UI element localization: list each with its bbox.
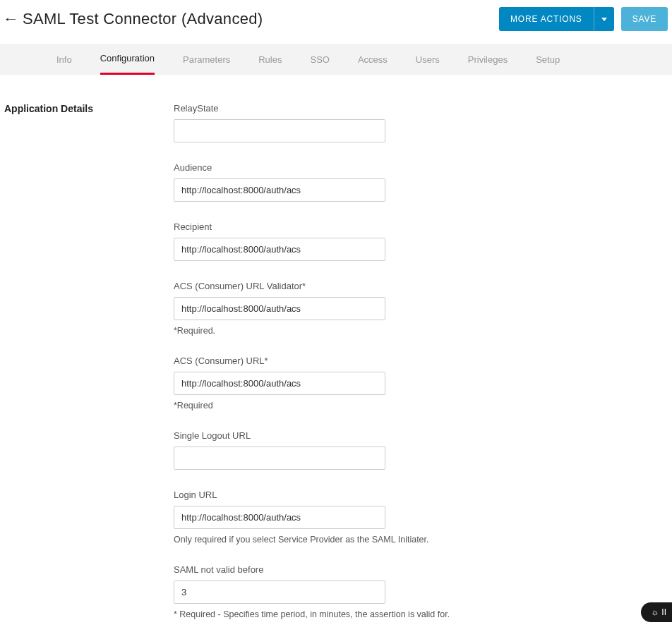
label-login-url: Login URL bbox=[174, 490, 498, 500]
save-button[interactable]: SAVE bbox=[621, 7, 668, 31]
help-login-url: Only required if you select Service Prov… bbox=[174, 535, 498, 545]
help-acs-url: *Required bbox=[174, 401, 498, 411]
lightbulb-icon: ☼ bbox=[651, 607, 659, 617]
label-audience: Audience bbox=[174, 162, 498, 173]
tab-bar: Info Configuration Parameters Rules SSO … bbox=[0, 44, 672, 75]
input-recipient[interactable] bbox=[174, 238, 385, 261]
input-slo-url[interactable] bbox=[174, 446, 385, 470]
input-acs-validator[interactable] bbox=[174, 297, 385, 320]
tab-users[interactable]: Users bbox=[416, 44, 440, 75]
label-not-valid-before: SAML not valid before bbox=[174, 564, 498, 575]
tab-sso[interactable]: SSO bbox=[310, 44, 329, 75]
tab-configuration[interactable]: Configuration bbox=[100, 44, 155, 75]
input-audience[interactable] bbox=[174, 178, 385, 202]
fab-label: II bbox=[661, 607, 666, 617]
tab-parameters[interactable]: Parameters bbox=[183, 44, 230, 75]
header-actions: MORE ACTIONS SAVE bbox=[499, 7, 668, 31]
help-not-valid-before: * Required - Specifies time period, in m… bbox=[174, 609, 498, 619]
input-not-valid-before[interactable] bbox=[174, 581, 385, 604]
page-header: ← SAML Test Connector (Advanced) MORE AC… bbox=[0, 0, 672, 44]
help-acs-validator: *Required. bbox=[174, 326, 498, 336]
label-acs-url: ACS (Consumer) URL* bbox=[174, 356, 498, 366]
header-left: ← SAML Test Connector (Advanced) bbox=[4, 10, 263, 28]
field-acs-validator: ACS (Consumer) URL Validator* *Required. bbox=[174, 281, 498, 336]
content-area: Application Details RelayState Audience … bbox=[0, 75, 672, 632]
form-column: RelayState Audience Recipient ACS (Consu… bbox=[174, 103, 498, 632]
field-login-url: Login URL Only required if you select Se… bbox=[174, 490, 498, 545]
label-recipient: Recipient bbox=[174, 221, 498, 232]
label-relaystate: RelayState bbox=[174, 103, 498, 114]
label-acs-validator: ACS (Consumer) URL Validator* bbox=[174, 281, 498, 291]
label-slo-url: Single Logout URL bbox=[174, 430, 498, 441]
chevron-down-icon bbox=[601, 18, 607, 21]
input-relaystate[interactable] bbox=[174, 119, 385, 142]
tab-rules[interactable]: Rules bbox=[258, 44, 282, 75]
input-login-url[interactable] bbox=[174, 506, 385, 529]
tab-info[interactable]: Info bbox=[56, 44, 72, 75]
more-actions-dropdown-button[interactable] bbox=[594, 7, 614, 31]
tab-setup[interactable]: Setup bbox=[536, 44, 560, 75]
input-acs-url[interactable] bbox=[174, 372, 385, 395]
section-title: Application Details bbox=[4, 103, 174, 632]
field-audience: Audience bbox=[174, 162, 498, 202]
page-title: SAML Test Connector (Advanced) bbox=[23, 10, 263, 28]
field-not-valid-before: SAML not valid before * Required - Speci… bbox=[174, 564, 498, 619]
tab-privileges[interactable]: Privileges bbox=[468, 44, 508, 75]
more-actions-button[interactable]: MORE ACTIONS bbox=[499, 7, 594, 31]
tab-access[interactable]: Access bbox=[358, 44, 388, 75]
more-actions-group: MORE ACTIONS bbox=[499, 7, 614, 31]
field-acs-url: ACS (Consumer) URL* *Required bbox=[174, 356, 498, 411]
field-relaystate: RelayState bbox=[174, 103, 498, 142]
help-fab[interactable]: ☼ II bbox=[641, 602, 672, 622]
field-recipient: Recipient bbox=[174, 221, 498, 261]
back-arrow-icon[interactable]: ← bbox=[2, 12, 18, 27]
field-slo-url: Single Logout URL bbox=[174, 430, 498, 470]
